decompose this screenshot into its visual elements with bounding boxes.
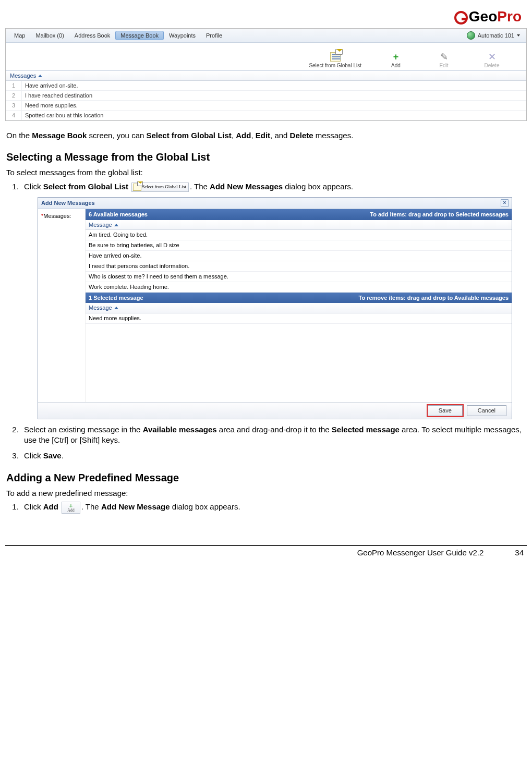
list-item[interactable]: Am tired. Going to bed. <box>86 230 512 240</box>
list-item[interactable]: Need more supplies. <box>86 313 512 324</box>
inline-select-from-global-list-button: Select from Global List <box>131 183 189 192</box>
add-new-messages-dialog: Add New Messages × *Messages: 6 Availabl… <box>38 197 512 419</box>
table-row[interactable]: 4Spotted caribou at this location <box>6 111 526 120</box>
intro-paragraph: On the Message Book screen, you can Sele… <box>6 130 526 141</box>
menu-mailbox[interactable]: Mailbox (0) <box>30 31 69 40</box>
heading-add-predefined: Adding a New Predefined Message <box>6 471 526 485</box>
table-row[interactable]: 2I have reached destination <box>6 91 526 101</box>
list-item[interactable]: I need that persons contact information. <box>86 261 512 272</box>
toolbar-add[interactable]: + Add <box>382 52 409 68</box>
plus-icon: + <box>391 52 401 62</box>
messages-column-header[interactable]: Messages <box>6 71 526 81</box>
lead-add-predefined: To add a new predefined message: <box>6 488 526 499</box>
mode-selector[interactable]: Automatic 101 <box>464 31 523 40</box>
logo-g-icon <box>454 11 468 25</box>
lead-select-global: To select messages from the global list: <box>6 167 526 178</box>
list-item[interactable]: Who is closest to me? I need to send the… <box>86 272 512 282</box>
column-header-label: Messages <box>10 72 36 79</box>
toolbar-select-global[interactable]: Select from Global List <box>309 52 361 68</box>
menu-address-book[interactable]: Address Book <box>69 31 115 40</box>
selected-header: 1 Selected message To remove items: drag… <box>86 293 512 303</box>
available-column-header[interactable]: Message <box>86 220 512 230</box>
message-book-screenshot: Map Mailbox (0) Address Book Message Boo… <box>5 28 527 121</box>
list-item[interactable]: Work complete. Heading home. <box>86 282 512 293</box>
heading-select-global: Selecting a Message from the Global List <box>6 150 526 164</box>
sort-asc-icon <box>114 224 118 226</box>
chevron-down-icon <box>517 34 520 37</box>
menu-map[interactable]: Map <box>9 31 30 40</box>
sort-asc-icon <box>114 307 118 309</box>
dialog-close-button[interactable]: × <box>501 199 509 207</box>
footer-title: GeoPro Messenger User Guide v2.2 <box>357 548 484 557</box>
table-row[interactable]: 1Have arrived on-site. <box>6 81 526 91</box>
toolbar-select-label: Select from Global List <box>309 63 361 68</box>
toolbar-edit-label: Edit <box>439 63 448 68</box>
page-footer: GeoPro Messenger User Guide v2.2 34 <box>5 545 527 557</box>
empty-space <box>86 324 512 402</box>
menu-profile[interactable]: Profile <box>201 31 227 40</box>
selected-column-header[interactable]: Message <box>86 303 512 313</box>
inline-add-button: + Add <box>62 502 80 514</box>
available-header: 6 Available messages To add items: drag … <box>86 209 512 220</box>
step-2: Select an existing message in the Availa… <box>21 424 526 446</box>
toolbar-add-label: Add <box>391 63 401 68</box>
cancel-button[interactable]: Cancel <box>467 405 506 416</box>
sort-asc-icon <box>38 75 42 77</box>
list-envelope-icon <box>330 52 341 62</box>
logo-text-1: Geo <box>469 8 497 25</box>
logo-text-2: Pro <box>497 8 522 25</box>
step-b1: Click Add + Add . The Add New Message di… <box>21 502 526 514</box>
app-menu-bar: Map Mailbox (0) Address Book Message Boo… <box>6 29 526 43</box>
mode-label: Automatic 101 <box>478 32 514 39</box>
globe-icon <box>467 31 475 40</box>
page-number: 34 <box>515 548 524 557</box>
list-item[interactable]: Be sure to bring batteries, all D size <box>86 240 512 251</box>
brand-logo: GeoPro <box>5 5 527 26</box>
step-1: Click Select from Global List Select fro… <box>21 181 526 419</box>
edit-icon: ✎ <box>439 52 449 62</box>
toolbar-edit[interactable]: ✎ Edit <box>430 52 457 68</box>
list-item[interactable]: Have arrived on-site. <box>86 251 512 261</box>
close-icon: ✕ <box>487 52 497 62</box>
dialog-title: Add New Messages <box>41 199 95 207</box>
step-3: Click Save. <box>21 451 526 461</box>
save-button[interactable]: Save <box>428 405 463 416</box>
dialog-footer: Save Cancel <box>38 402 512 419</box>
toolbar: Select from Global List + Add ✎ Edit ✕ D… <box>6 43 526 71</box>
list-envelope-icon <box>133 184 141 191</box>
toolbar-delete-label: Delete <box>485 63 500 68</box>
menu-message-book[interactable]: Message Book <box>115 31 164 40</box>
table-row[interactable]: 3Need more supplies. <box>6 101 526 111</box>
menu-waypoints[interactable]: Waypoints <box>164 31 201 40</box>
dialog-title-bar: Add New Messages × <box>38 198 512 209</box>
dialog-field-label: *Messages: <box>38 209 85 402</box>
toolbar-delete[interactable]: ✕ Delete <box>478 52 505 68</box>
